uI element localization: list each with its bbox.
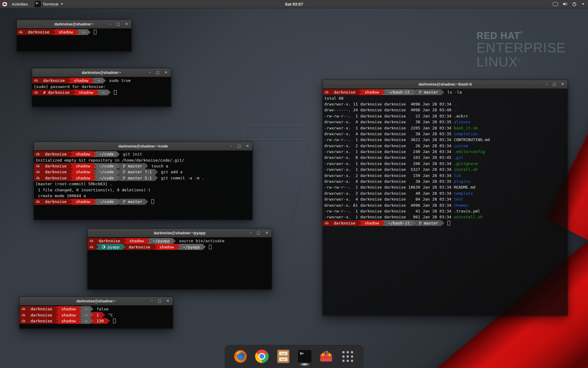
maximize-button[interactable]: □ bbox=[257, 231, 260, 235]
output-text: drwxrwxr-x. 4 darknoise darknoise 38 Jan… bbox=[323, 120, 470, 124]
terminal-content[interactable]: darknoiseshadow~sudo true[sudo] password… bbox=[32, 77, 171, 107]
dock-item-file-manager[interactable] bbox=[276, 349, 291, 364]
close-button[interactable]: ✕ bbox=[265, 231, 268, 235]
close-button[interactable]: ✕ bbox=[561, 82, 564, 86]
prompt-segment-d: ~/code bbox=[96, 169, 117, 175]
redhat-logo-icon bbox=[2, 2, 7, 6]
prompt-segment-u: darknoise bbox=[42, 163, 70, 169]
window-titlebar[interactable]: darknoise@shadow:~–□✕ bbox=[32, 68, 171, 77]
powerline-separator bbox=[52, 29, 55, 35]
activities-button[interactable]: Activities bbox=[9, 1, 30, 7]
output-text: drwxrwxr-x. 8 darknoise darknoise 163 Ja… bbox=[323, 155, 463, 160]
prompt-segment-g: master bbox=[120, 163, 145, 169]
window-titlebar[interactable]: darknoise@shadow:~–□✕ bbox=[20, 297, 173, 305]
terminal-content[interactable]: darknoiseshadow~ bbox=[17, 29, 131, 52]
dock-item-chrome[interactable] bbox=[254, 349, 269, 364]
terminal-line: darknoiseshadow~/codemastertouch a bbox=[34, 163, 252, 169]
powerline-separator bbox=[117, 175, 120, 181]
minimize-button[interactable]: – bbox=[110, 22, 111, 26]
output-text: drwxrwxr-x. 11 darknoise darknoise 4096 … bbox=[323, 102, 456, 106]
window-controls: –□✕ bbox=[110, 20, 128, 28]
terminal-line: pyappdarknoiseshadow~/pyapp bbox=[88, 244, 272, 250]
powerline-separator bbox=[68, 78, 71, 83]
terminal-line: drwxrwxr-x. 2 darknoise darknoise 150 Ja… bbox=[323, 172, 567, 178]
minimize-button[interactable]: – bbox=[231, 144, 232, 148]
maximize-button[interactable]: □ bbox=[237, 144, 241, 148]
powerline-separator bbox=[91, 78, 94, 83]
prompt-segment-u: darknoise bbox=[42, 175, 70, 181]
powerline-separator bbox=[90, 312, 93, 318]
redhat-prompt-icon bbox=[323, 220, 331, 226]
terminal-line: -rw-rw-r--. 1 darknoise darknoise 18630 … bbox=[323, 184, 567, 190]
powerline-separator bbox=[93, 199, 96, 205]
terminal-window: darknoise@shadow:~–□✕darknoiseshadow~ bbox=[17, 20, 132, 52]
terminal-content[interactable]: darknoiseshadow~falsedarknoiseshadow~1^C… bbox=[20, 305, 173, 329]
terminal-line: drwxrwxr-x. 2 darknoise darknoise 40 Jan… bbox=[323, 190, 567, 196]
prompt-segment-d: ~ bbox=[79, 29, 88, 35]
terminal-line: -rwxrwxr-x. 1 darknoise darknoise 206 Ja… bbox=[323, 161, 567, 167]
maximize-button[interactable]: □ bbox=[158, 299, 161, 303]
powerline-separator bbox=[88, 29, 91, 35]
powerline-separator bbox=[358, 90, 361, 95]
powerline-separator bbox=[441, 220, 444, 226]
minimize-button[interactable]: – bbox=[250, 231, 252, 235]
close-button[interactable]: ✕ bbox=[166, 299, 169, 303]
terminal-cursor bbox=[209, 245, 212, 249]
dock-item-toolbox[interactable] bbox=[319, 349, 334, 364]
powerline-separator bbox=[117, 151, 120, 157]
prompt-segment-u: darknoise bbox=[42, 169, 70, 175]
minimize-button[interactable]: – bbox=[546, 82, 548, 86]
redhat-prompt-icon bbox=[34, 199, 42, 205]
app-menu-terminal[interactable]: $> Terminal bbox=[32, 0, 66, 8]
dock-item-terminal[interactable]: $> bbox=[297, 349, 312, 364]
close-button[interactable]: ✕ bbox=[246, 144, 249, 148]
output-text: [sudo] password for darknoise: bbox=[32, 84, 106, 89]
powerline-separator bbox=[203, 244, 206, 250]
maximize-button[interactable]: □ bbox=[156, 71, 159, 75]
minimize-button[interactable]: – bbox=[151, 299, 153, 303]
minimize-button[interactable]: – bbox=[149, 71, 151, 75]
output-text: -rwxrwxr-x. 1 darknoise darknoise 240 Ja… bbox=[323, 149, 485, 154]
output-text: drwxrwxr-x. 4 darknoise darknoise 38 Jan… bbox=[323, 132, 478, 136]
prompt-segment-d: ~ bbox=[94, 78, 103, 83]
terminal-line: drwxrwxr-x. 61 darknoise darknoise 4096 … bbox=[323, 202, 567, 208]
window-titlebar[interactable]: darknoise@shadow:~–□✕ bbox=[17, 20, 131, 29]
dock: $> bbox=[225, 345, 363, 368]
system-status-area[interactable] bbox=[553, 2, 588, 6]
redhat-prompt-icon bbox=[32, 90, 40, 95]
chevron-down-icon bbox=[61, 3, 63, 5]
maximize-button[interactable]: □ bbox=[552, 82, 556, 86]
powerline-separator bbox=[76, 29, 79, 35]
redhat-prompt-icon bbox=[20, 318, 28, 324]
dock-item-firefox[interactable] bbox=[233, 349, 248, 364]
window-titlebar[interactable]: darknoise@shadow:~/code–□✕ bbox=[34, 142, 252, 151]
dock-item-show-applications[interactable] bbox=[340, 349, 355, 364]
terminal-content[interactable]: darknoiseshadow~/pyappsource bin/activat… bbox=[88, 237, 272, 290]
window-titlebar[interactable]: darknoise@shadow:~/pyapp–□✕ bbox=[88, 229, 272, 237]
terminal-line: -rwxrwxr-x. 1 darknoise darknoise 5327 J… bbox=[323, 167, 567, 172]
registered-mark: ® bbox=[518, 58, 520, 62]
output-text: -rw-rw-r--. 1 darknoise darknoise 18630 … bbox=[323, 185, 475, 190]
terminal-line: -rwxrwxr-x. 1 darknoise darknoise 961 Ja… bbox=[323, 214, 567, 220]
terminal-content[interactable]: darknoiseshadow~/codegit initInitialized… bbox=[34, 151, 252, 220]
window-titlebar[interactable]: darknoise@shadow:~/bash-it–□✕ bbox=[323, 80, 567, 89]
prompt-segment-d: ~/code bbox=[96, 163, 117, 169]
prompt-segment-u: darknoise bbox=[331, 89, 358, 95]
prompt-segment-d: ~ bbox=[99, 90, 108, 95]
powerline-separator bbox=[55, 306, 58, 312]
powerline-separator bbox=[96, 90, 99, 95]
window-title: darknoise@shadow:~/bash-it bbox=[419, 82, 472, 86]
prompt-segment-d: ~ bbox=[82, 306, 90, 312]
prompt-segment-h: shadow bbox=[361, 220, 382, 226]
terminal-line: -rwxrwxr-x. 1 darknoise darknoise 240 Ja… bbox=[323, 149, 567, 155]
prompt-segment-g: master bbox=[416, 89, 441, 95]
output-text: drwxrwxr-x. 2 darknoise darknoise 150 Ja… bbox=[323, 173, 461, 178]
prompt-segment-u: darknoise bbox=[331, 220, 358, 226]
maximize-button[interactable]: □ bbox=[116, 22, 120, 26]
close-button[interactable]: ✕ bbox=[125, 22, 128, 26]
prompt-segment-h: shadow bbox=[55, 29, 76, 35]
terminal-content[interactable]: darknoiseshadow~/bash-itmasterls -latota… bbox=[323, 89, 567, 316]
powerline-separator bbox=[382, 220, 385, 226]
clock[interactable]: Sat 03:57 bbox=[285, 2, 303, 6]
close-button[interactable]: ✕ bbox=[164, 71, 168, 75]
